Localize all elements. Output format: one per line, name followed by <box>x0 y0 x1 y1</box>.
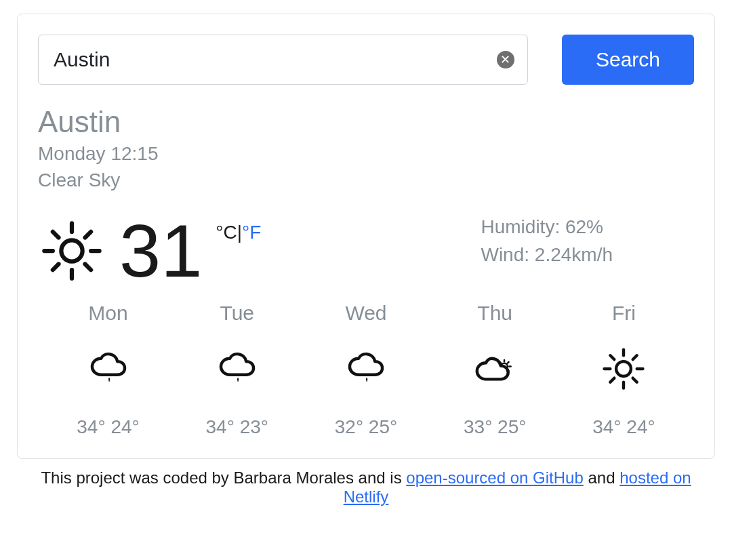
weather-card: ✕ Search Austin Monday 12:15 Clear Sky 3… <box>17 14 715 459</box>
forecast-row: Mon34° 24°Tue34° 23°Wed32° 25°Thu33° 25°… <box>38 302 694 438</box>
forecast-day: Thu33° 25° <box>439 302 552 438</box>
datetime-text: Monday 12:15 <box>38 140 694 167</box>
forecast-day: Wed32° 25° <box>309 302 422 438</box>
forecast-day: Tue34° 23° <box>180 302 293 438</box>
forecast-temps: 34° 23° <box>206 416 268 438</box>
search-input[interactable] <box>38 35 528 85</box>
forecast-temps: 33° 25° <box>464 416 526 438</box>
forecast-temps: 32° 25° <box>335 416 397 438</box>
forecast-temps: 34° 24° <box>592 416 655 438</box>
humidity-text: Humidity: 62% <box>481 214 613 241</box>
unit-celsius[interactable]: °C <box>216 222 237 243</box>
current-left: 31 °C|°F <box>38 214 261 288</box>
footer-mid: and <box>584 468 619 487</box>
current-weather-row: 31 °C|°F Humidity: 62% Wind: 2.24km/h <box>38 214 694 288</box>
rain-icon <box>342 338 390 399</box>
unit-fahrenheit[interactable]: °F <box>242 222 261 243</box>
forecast-day: Mon34° 24° <box>52 302 165 438</box>
github-link[interactable]: open-sourced on GitHub <box>406 468 584 487</box>
footer-prefix: This project was coded by Barbara Morale… <box>41 468 406 487</box>
forecast-day-label: Thu <box>477 302 512 325</box>
current-details: Humidity: 62% Wind: 2.24km/h <box>481 214 694 288</box>
forecast-day-label: Wed <box>345 302 386 325</box>
forecast-day-label: Fri <box>612 302 636 325</box>
city-title: Austin <box>38 105 694 139</box>
forecast-day: Fri34° 24° <box>567 302 680 438</box>
close-icon: ✕ <box>500 54 510 66</box>
current-temp: 31 <box>119 214 202 288</box>
sun-icon <box>600 338 647 399</box>
sun-icon <box>38 217 106 285</box>
forecast-temps: 34° 24° <box>77 416 139 438</box>
search-wrapper: ✕ <box>38 35 528 85</box>
forecast-day-label: Tue <box>220 302 254 325</box>
rain-icon <box>214 338 261 399</box>
clear-input-button[interactable]: ✕ <box>497 51 514 68</box>
unit-separator: | <box>237 222 242 243</box>
wind-text: Wind: 2.24km/h <box>481 241 613 269</box>
rain-icon <box>85 338 132 399</box>
search-row: ✕ Search <box>38 35 694 85</box>
unit-toggle: °C|°F <box>216 214 261 243</box>
footer-text: This project was coded by Barbara Morale… <box>17 468 715 506</box>
condition-text: Clear Sky <box>38 167 694 193</box>
partly-cloudy-icon <box>471 338 518 399</box>
search-button[interactable]: Search <box>562 35 694 85</box>
forecast-day-label: Mon <box>88 302 127 325</box>
